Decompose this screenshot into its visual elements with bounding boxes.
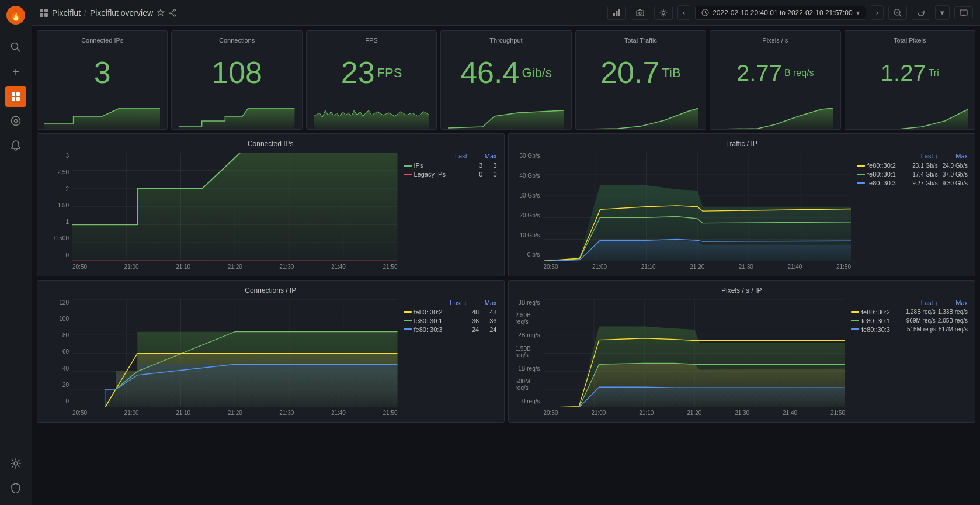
app-logo[interactable]: 🔥 bbox=[5, 5, 26, 26]
x-axis-pixels-s-ip: 20:50 21:00 21:10 21:20 21:30 21:40 21:5… bbox=[544, 407, 846, 416]
svg-text:🔥: 🔥 bbox=[9, 9, 23, 22]
legend-pixels-s-ip: Last ↓ Max fe80::30:2 1.28B req/s 1.33B … bbox=[845, 299, 968, 417]
svg-rect-14 bbox=[44, 13, 48, 17]
sidebar-item-alerts[interactable] bbox=[5, 135, 26, 156]
stat-title-total-pixels: Total Pixels bbox=[852, 37, 968, 44]
chart-title-connections-ip: Connections / IP bbox=[44, 286, 497, 295]
breadcrumb: Pixelflut / Pixelflut overview bbox=[39, 8, 176, 18]
chart-panel-pixels-s-ip: Pixels / s / IP 3B req/s 2.50B req/s 2B … bbox=[508, 280, 976, 423]
camera-button[interactable] bbox=[631, 6, 649, 20]
legend-max-header: Max bbox=[485, 153, 497, 160]
apps-icon bbox=[39, 8, 48, 18]
clock-icon bbox=[701, 9, 709, 16]
zoom-out-icon bbox=[894, 9, 902, 17]
refresh-button[interactable] bbox=[912, 6, 930, 20]
svg-rect-20 bbox=[613, 13, 615, 16]
chart-title-connected-ips: Connected IPs bbox=[44, 140, 497, 148]
svg-point-17 bbox=[169, 12, 171, 13]
chart-type-button[interactable] bbox=[607, 6, 626, 20]
svg-marker-36 bbox=[448, 110, 564, 129]
svg-line-3 bbox=[18, 49, 20, 52]
y-axis-connections-ip: 120 100 80 60 40 20 0 bbox=[44, 299, 72, 417]
stat-value-total-traffic: 20.7TiB bbox=[583, 46, 698, 100]
stat-value-fps: 23FPS bbox=[314, 46, 429, 100]
svg-point-2 bbox=[12, 43, 18, 50]
y-axis-connected-ips: 3 2.50 2 1.50 1 0.500 0 bbox=[44, 153, 72, 270]
svg-rect-13 bbox=[40, 13, 43, 17]
sidebar: 🔥 + bbox=[0, 0, 32, 505]
x-axis-traffic-ip: 20:50 21:00 21:10 21:20 21:30 21:40 21:5… bbox=[544, 261, 852, 270]
svg-rect-6 bbox=[12, 97, 15, 101]
stat-title-connections: Connections bbox=[179, 37, 294, 44]
mini-chart-total-pixels bbox=[852, 100, 968, 129]
bar-chart-icon bbox=[613, 9, 621, 17]
stat-title-throughput: Throughput bbox=[448, 37, 564, 44]
legend-item-legacy-ips: Legacy IPs 0 0 bbox=[404, 171, 497, 178]
svg-rect-30 bbox=[960, 10, 967, 15]
time-range-picker[interactable]: 2022-02-10 20:40:01 to 2022-02-10 21:57:… bbox=[695, 6, 866, 20]
svg-point-25 bbox=[662, 11, 665, 14]
svg-rect-23 bbox=[637, 11, 644, 16]
stat-card-fps: FPS 23FPS bbox=[306, 30, 437, 130]
svg-rect-22 bbox=[618, 9, 620, 16]
svg-rect-5 bbox=[16, 92, 20, 96]
sidebar-item-explore[interactable] bbox=[5, 110, 26, 132]
chart-row-1: Connected IPs 3 2.50 2 1.50 1 0.500 0 bbox=[37, 133, 975, 276]
stat-card-total-pixels: Total Pixels 1.27Tri bbox=[845, 30, 975, 130]
svg-point-15 bbox=[174, 9, 176, 11]
stat-value-connections: 108 bbox=[179, 46, 294, 100]
chart-panel-traffic-ip: Traffic / IP 50 Gb/s 40 Gb/s 30 Gb/s 20 … bbox=[508, 133, 976, 276]
svg-marker-35 bbox=[314, 110, 429, 129]
stat-card-pixels-s: Pixels / s 2.77B req/s bbox=[710, 30, 840, 130]
mini-chart-total-traffic bbox=[583, 100, 698, 129]
legend-psi-fe80-30-3: fe80::30:3 515M req/s 517M req/s bbox=[851, 326, 968, 333]
mini-chart-connected-ips bbox=[44, 100, 160, 129]
svg-point-16 bbox=[174, 15, 176, 16]
svg-point-10 bbox=[14, 462, 18, 465]
svg-rect-7 bbox=[16, 97, 20, 101]
sidebar-item-shield[interactable] bbox=[5, 478, 26, 499]
line-chart-connections-ip bbox=[72, 299, 398, 408]
legend-item-fe80-30-3: fe80::30:3 9.27 Gb/s 9.30 Gb/s bbox=[857, 179, 968, 186]
nav-back-button[interactable]: ‹ bbox=[677, 5, 690, 20]
chart-area-connected-ips: 3 2.50 2 1.50 1 0.500 0 bbox=[44, 153, 497, 270]
time-range-label: 2022-02-10 20:40:01 to 2022-02-10 21:57:… bbox=[713, 9, 853, 17]
sidebar-item-dashboards[interactable] bbox=[5, 86, 26, 107]
breadcrumb-current[interactable]: Pixelflut overview bbox=[90, 8, 153, 18]
mini-chart-fps bbox=[314, 100, 429, 129]
sidebar-item-add[interactable]: + bbox=[5, 61, 26, 82]
svg-rect-12 bbox=[44, 9, 48, 12]
chart-panel-connections-ip: Connections / IP 120 100 80 60 40 20 0 bbox=[37, 280, 505, 423]
star-icon[interactable] bbox=[157, 9, 165, 17]
sidebar-item-settings[interactable] bbox=[5, 453, 26, 474]
svg-line-18 bbox=[171, 11, 173, 12]
nav-forward-button[interactable]: › bbox=[871, 5, 884, 20]
share-icon[interactable] bbox=[168, 9, 176, 17]
topbar: Pixelflut / Pixelflut overview bbox=[32, 0, 980, 26]
svg-point-8 bbox=[12, 117, 20, 126]
breadcrumb-home[interactable]: Pixelflut bbox=[52, 8, 81, 18]
legend-last-header: Last bbox=[455, 153, 467, 160]
zoom-out-button[interactable] bbox=[888, 6, 907, 20]
ips-color-dot bbox=[404, 165, 412, 167]
legacy-ips-color-dot bbox=[404, 174, 412, 175]
chart-area-connections-ip: 120 100 80 60 40 20 0 bbox=[44, 299, 497, 417]
stat-value-connected-ips: 3 bbox=[44, 46, 160, 100]
svg-line-29 bbox=[899, 15, 901, 16]
stat-title-pixels-s: Pixels / s bbox=[717, 37, 833, 44]
stat-title-fps: FPS bbox=[314, 37, 429, 44]
refresh-interval-button[interactable]: ▾ bbox=[935, 5, 950, 20]
tv-icon bbox=[960, 9, 968, 16]
settings-gear-button[interactable] bbox=[654, 6, 673, 20]
sidebar-item-search[interactable] bbox=[5, 37, 26, 58]
chart-title-traffic-ip: Traffic / IP bbox=[516, 140, 968, 148]
svg-rect-21 bbox=[616, 11, 617, 16]
mini-chart-pixels-s bbox=[717, 100, 833, 129]
legend-connected-ips: Last Max IPs 3 3 bbox=[398, 153, 497, 270]
chart-area-traffic-ip: 50 Gb/s 40 Gb/s 30 Gb/s 20 Gb/s 10 Gb/s … bbox=[516, 153, 968, 270]
tv-mode-button[interactable] bbox=[954, 6, 973, 19]
chart-panel-connected-ips: Connected IPs 3 2.50 2 1.50 1 0.500 0 bbox=[37, 133, 505, 276]
svg-line-19 bbox=[171, 13, 173, 15]
stat-cards-row: Connected IPs 3 Connections 108 bbox=[37, 30, 975, 130]
topbar-actions: ‹ 2022-02-10 20:40:01 to 2022-02-10 21:5… bbox=[607, 5, 973, 20]
